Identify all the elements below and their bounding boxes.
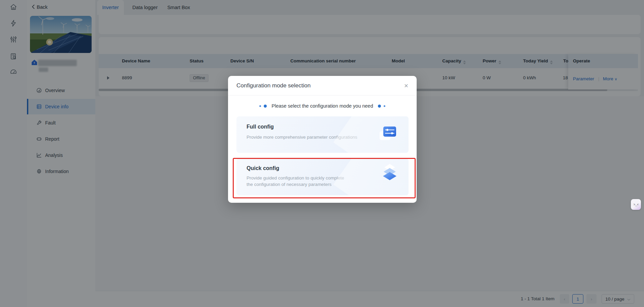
quick-config-option[interactable]: Quick config Provide guided configuratio…	[236, 159, 409, 195]
dialog-divider	[228, 95, 417, 95]
full-config-option[interactable]: Full config Provide more comprehensive p…	[236, 116, 409, 153]
dialog-subtitle: Please select the configuration mode you…	[271, 103, 373, 109]
dialog-title: Configuration mode selection	[236, 76, 311, 95]
assistant-widget[interactable]: >‿<	[631, 199, 641, 210]
option-description: Provide more comprehensive parameter con…	[247, 134, 368, 140]
quick-config-layers-icon	[380, 163, 399, 185]
decor-dot-icon	[259, 105, 261, 107]
dialog-subtitle-row: Please select the configuration mode you…	[228, 102, 417, 110]
config-mode-dialog: Configuration mode selection ✕ Please se…	[228, 76, 417, 203]
full-config-icon	[378, 125, 397, 143]
option-title: Full config	[247, 124, 274, 130]
assistant-face: >‿<	[634, 203, 639, 206]
decor-dot-icon	[264, 105, 267, 108]
close-icon[interactable]: ✕	[402, 82, 410, 89]
decor-dot-icon	[378, 105, 381, 108]
option-description: Provide guided configuration to quickly …	[247, 175, 348, 188]
option-title: Quick config	[247, 165, 279, 171]
decor-dot-icon	[384, 105, 385, 107]
app-screen: Back	[0, 0, 644, 307]
